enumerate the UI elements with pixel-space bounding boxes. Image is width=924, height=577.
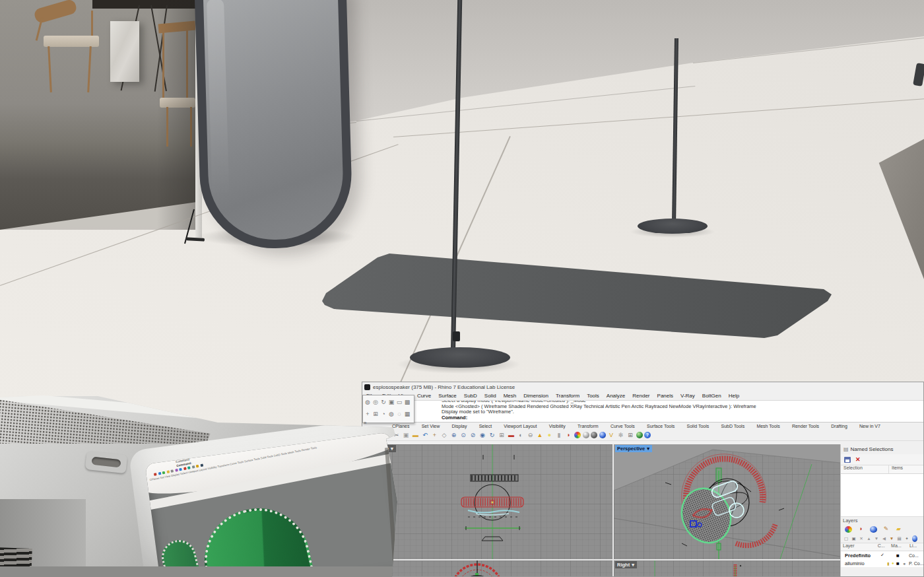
delete-layer-icon[interactable]: ✕ xyxy=(859,535,864,542)
menu-item[interactable]: Help xyxy=(729,393,739,399)
display-mode-7-icon[interactable]: + xyxy=(364,408,372,420)
layer-up-icon[interactable]: ▲ xyxy=(867,535,872,542)
toolbar-tab[interactable]: New in V7 xyxy=(857,424,882,428)
display-mode-1-icon[interactable]: ◍ xyxy=(364,396,372,408)
half-shade-icon[interactable]: ◐ xyxy=(517,431,525,440)
display-mode-4-icon[interactable]: ▣ xyxy=(387,396,395,408)
layer-linetype[interactable]: Co... xyxy=(909,553,919,558)
delete-selection-icon[interactable]: ✕ xyxy=(855,456,861,463)
paste-icon[interactable]: ▬ xyxy=(412,431,420,440)
layer-row[interactable]: alluminio ▮ ● ■ ● P. Co... xyxy=(841,559,924,567)
zoom-extents-icon[interactable]: ⊘ xyxy=(469,431,477,440)
layer-filter-icon[interactable]: ▼ xyxy=(889,535,894,542)
lightbulb-icon[interactable]: ● xyxy=(892,561,896,565)
display-mode-8-icon[interactable]: ⊞ xyxy=(372,408,380,420)
display-mode-3-icon[interactable]: ↻ xyxy=(380,396,387,408)
column-items[interactable]: Items xyxy=(889,465,903,473)
display-mode-2-icon[interactable]: ◎ xyxy=(372,396,380,408)
earth-icon[interactable] xyxy=(636,432,643,438)
menu-item[interactable]: Solid xyxy=(484,393,496,399)
save-selection-icon[interactable] xyxy=(844,457,851,463)
vray-wave-icon[interactable]: ◗ xyxy=(565,431,573,440)
zoom-window-icon[interactable]: ⊙ xyxy=(459,431,467,440)
layer-row[interactable]: Predefinito ✓ ■ Co... xyxy=(841,551,924,559)
menu-item[interactable]: V-Ray xyxy=(680,393,695,399)
layer-color-swatch[interactable]: ■ xyxy=(896,553,903,559)
layer-brush-icon[interactable]: ✎ xyxy=(882,525,890,533)
toolbar-tab[interactable]: Surface Tools xyxy=(645,424,676,428)
ghosted-ball-icon[interactable] xyxy=(591,432,597,438)
layer-name[interactable]: alluminio xyxy=(841,560,878,566)
toolbar-tab[interactable]: Solid Tools xyxy=(685,424,711,428)
layer-down-icon[interactable]: ▼ xyxy=(874,535,879,542)
viewport-top-view[interactable]: Superiore ▾ xyxy=(362,444,612,559)
render-color-ball-icon[interactable] xyxy=(574,432,581,438)
undo-icon[interactable]: ↶ xyxy=(421,431,429,440)
grid-options-icon[interactable]: ⊞ xyxy=(626,431,634,440)
column-linetype[interactable]: Li... xyxy=(908,543,924,551)
toolbar-tab[interactable]: Mesh Tools xyxy=(754,424,781,428)
zoom-icon[interactable]: ⊕ xyxy=(450,431,458,440)
display-mode-11-icon[interactable]: ◌ xyxy=(395,408,403,420)
named-selections-list[interactable] xyxy=(841,474,924,517)
rotate-view-icon[interactable]: ↻ xyxy=(488,431,496,440)
title-bar[interactable]: esplosospeaker (375 MB) - Rhino 7 Educat… xyxy=(362,382,924,391)
pan-icon[interactable]: + xyxy=(431,431,439,440)
column-layer[interactable]: Layer xyxy=(841,543,876,551)
menu-item[interactable]: Analyze xyxy=(607,393,625,399)
menu-item[interactable]: SubD xyxy=(464,393,477,399)
more-icons-chevron[interactable]: » xyxy=(364,420,366,426)
toolbar-tab[interactable]: Display xyxy=(449,424,469,428)
menu-item[interactable]: Curve xyxy=(417,393,431,399)
column-current[interactable]: C... xyxy=(876,543,889,551)
viewport-label-right[interactable]: Right ▾ xyxy=(615,561,637,568)
help-icon[interactable]: ? xyxy=(644,432,651,438)
layer-render-icon[interactable] xyxy=(870,526,877,533)
lock-icon[interactable]: ▮ xyxy=(887,561,892,566)
viewport-right-view[interactable]: Right ▾ xyxy=(614,560,840,577)
toolbar-tab[interactable]: Drafting xyxy=(829,424,849,428)
display-mode-12-icon[interactable]: ▦ xyxy=(403,408,411,420)
layer-tools-icon[interactable]: ✦ xyxy=(904,535,909,542)
viewport-front-view[interactable]: Frontale ▾ xyxy=(362,560,612,577)
toolbar-tab[interactable]: Curve Tools xyxy=(609,424,637,428)
material-icon[interactable]: ● xyxy=(903,561,909,566)
command-area[interactable]: Select a display mode ( Viewport=Name Mo… xyxy=(362,400,923,423)
layer-left-icon[interactable]: ◀ xyxy=(882,535,887,542)
layer-color-wheel-icon[interactable] xyxy=(845,526,852,533)
named-selections-header[interactable]: ▤ Named Selections xyxy=(841,444,924,454)
menu-item[interactable]: Dimension xyxy=(523,393,548,399)
toolbar-tab[interactable]: SubD Tools xyxy=(719,424,746,428)
menu-item[interactable]: Mesh xyxy=(504,393,517,399)
toolbar-tab[interactable]: Render Tools xyxy=(790,424,821,428)
display-mode-10-icon[interactable]: ◍ xyxy=(387,408,395,420)
menu-item[interactable]: BoltGen xyxy=(702,393,721,399)
viewport-layout-icon[interactable]: ⊞ xyxy=(498,431,506,440)
vray-icon[interactable]: V xyxy=(607,431,615,440)
layer-ball-icon[interactable] xyxy=(912,535,917,542)
menu-item[interactable]: Render xyxy=(632,393,649,399)
layer-folder-icon[interactable]: ▰ xyxy=(895,525,902,533)
display-mode-6-icon[interactable]: ▩ xyxy=(403,396,411,408)
column-material[interactable]: Ma... xyxy=(889,543,908,551)
menu-item[interactable]: Tools xyxy=(587,393,599,399)
menu-item[interactable]: Panels xyxy=(657,393,673,399)
command-prompt[interactable]: Command: xyxy=(362,415,923,421)
display-mode-5-icon[interactable]: ▭ xyxy=(395,396,403,408)
move-icon[interactable]: ◇ xyxy=(440,431,448,440)
toolbar-tab[interactable]: Set View xyxy=(420,424,442,428)
toolbar-tab[interactable]: Select xyxy=(477,424,494,428)
copy-layer-icon[interactable]: ▣ xyxy=(851,535,857,542)
layer-display-icon[interactable]: ◗ xyxy=(857,525,865,533)
zoom-selected-icon[interactable]: ◉ xyxy=(478,431,486,440)
toolbar-tab[interactable]: Viewport Layout xyxy=(502,424,539,428)
hide-icon[interactable]: ⊖ xyxy=(527,431,535,440)
layer-sheet-icon[interactable]: ▤ xyxy=(897,535,902,542)
layer-color-swatch[interactable]: ■ xyxy=(896,560,903,566)
layer-name[interactable]: Predefinito xyxy=(841,553,878,559)
viewport-perspective[interactable]: Perspective ▾ xyxy=(614,444,840,559)
toolbar-tab[interactable]: Visibility xyxy=(547,424,568,428)
current-layer-check[interactable]: ✓ xyxy=(878,553,887,558)
hazard-icon[interactable]: ▲ xyxy=(536,431,544,440)
menu-item[interactable]: Surface xyxy=(438,393,457,399)
